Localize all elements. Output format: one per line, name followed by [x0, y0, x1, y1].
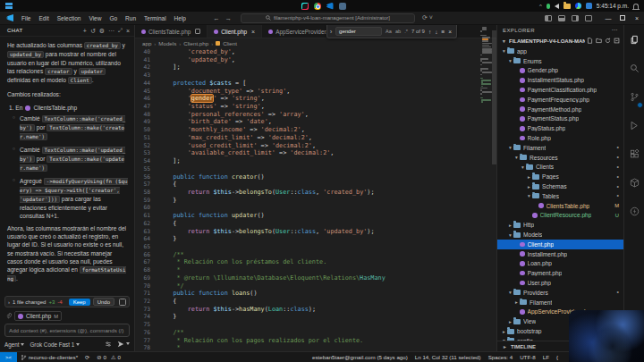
- customize-layout-icon[interactable]: [585, 15, 592, 21]
- code-line[interactable]: 60: [135, 204, 484, 212]
- tools-icon[interactable]: [105, 341, 112, 348]
- tree-item-gender-php[interactable]: Gender.php: [497, 66, 623, 76]
- code-line[interactable]: 49 'birth_date' => 'date',: [135, 118, 484, 126]
- chat-settings-button[interactable]: ⚙: [99, 28, 105, 34]
- tree-item-client-php[interactable]: Client.php: [497, 240, 623, 249]
- activity-package-icon[interactable]: [630, 175, 640, 191]
- code-line[interactable]: 64 }: [135, 235, 484, 243]
- tray-chevron-icon[interactable]: ^: [539, 3, 542, 8]
- new-chat-button[interactable]: +: [83, 28, 87, 34]
- activity-lightning-icon[interactable]: [630, 204, 640, 220]
- breadcrumb-item[interactable]: Client: [223, 40, 237, 46]
- code-line[interactable]: 46 'gender' => 'string',: [135, 95, 484, 103]
- toggle-secondary-sidebar-icon[interactable]: [572, 15, 579, 21]
- breadcrumb-item[interactable]: Client.php: [183, 40, 208, 46]
- menu-item-view[interactable]: View: [85, 13, 105, 23]
- code-line[interactable]: 57 {: [135, 181, 484, 189]
- changes-expand-chevron[interactable]: ›: [8, 299, 10, 305]
- code-line[interactable]: 45 'document_type' => 'string',: [135, 88, 484, 96]
- toggle-panel-icon[interactable]: [558, 15, 565, 21]
- code-line[interactable]: 51 'max_credit_limit' => 'decimal:2',: [135, 134, 484, 142]
- code-line[interactable]: 56 public function creator(): [135, 173, 484, 181]
- tree-item-role-php[interactable]: Role.php: [497, 133, 623, 143]
- sync-icon[interactable]: ⟳: [81, 354, 93, 360]
- activity-extensions-icon[interactable]: [630, 147, 640, 163]
- find-close-button[interactable]: ×: [448, 29, 452, 35]
- code-line[interactable]: 67 * Relación con los préstamos del clie…: [135, 258, 484, 266]
- tree-item-schemas[interactable]: ▸Schemas•: [497, 181, 623, 191]
- code-line[interactable]: 58 return $this->belongsTo(User::class, …: [135, 189, 484, 197]
- breadcrumb-item[interactable]: Models: [158, 40, 176, 46]
- tree-item-paymentmethod-php[interactable]: PaymentMethod.php: [497, 105, 623, 114]
- code-line[interactable]: 54 ];: [135, 157, 484, 165]
- keep-button[interactable]: Keep: [69, 299, 90, 306]
- remote-indicator[interactable]: ><: [0, 352, 17, 362]
- code-line[interactable]: 63 return $this->belongsTo(User::class, …: [135, 228, 484, 236]
- tree-item-models[interactable]: ▾Models: [497, 230, 623, 240]
- back-button[interactable]: ←: [213, 14, 220, 22]
- code-line[interactable]: 74 }: [135, 313, 484, 321]
- tree-item-http[interactable]: ▸Http: [497, 220, 623, 230]
- tree-item-providers[interactable]: ▾Providers•: [497, 288, 623, 298]
- toggle-sidebar-icon[interactable]: [545, 15, 552, 21]
- forward-button[interactable]: →: [225, 14, 232, 22]
- tree-item-clients[interactable]: ▾Clients•: [497, 163, 623, 173]
- code-line[interactable]: 70 */: [135, 282, 484, 290]
- agent-mode-dropdown[interactable]: Agent: [4, 341, 24, 348]
- code-line[interactable]: 40 'created_by',: [135, 48, 484, 56]
- tree-item-resources[interactable]: ▾Resources•: [497, 153, 623, 163]
- tree-item-payment-php[interactable]: Payment.php: [497, 268, 623, 278]
- tree-item-paymentstatus-php[interactable]: PaymentStatus.php: [497, 114, 623, 124]
- chat-input[interactable]: Add context (#), extensions (@), command…: [4, 324, 130, 337]
- code-line[interactable]: 68 *: [135, 266, 484, 274]
- code-line[interactable]: 50 'monthly_income' => 'decimal:2',: [135, 126, 484, 134]
- blame-item[interactable]: esteban5taer@gmail.com (5 days ago): [309, 354, 411, 360]
- tree-item-user-php[interactable]: User.php: [497, 278, 623, 288]
- find-expand-chevron[interactable]: ›: [330, 29, 332, 35]
- code-line[interactable]: 62 {: [135, 220, 484, 228]
- chat-file-item[interactable]: 1. EnClientsTable.php: [9, 104, 128, 112]
- find-prev-button[interactable]: ↑: [428, 29, 431, 35]
- activity-explorer-icon[interactable]: [630, 32, 640, 48]
- menu-item-file[interactable]: File: [18, 13, 34, 23]
- code-line[interactable]: 53 'available_credit_limit' => 'decimal:…: [135, 149, 484, 157]
- menu-item-help[interactable]: Help: [171, 13, 190, 23]
- new-file-button[interactable]: [587, 38, 593, 44]
- find-next-button[interactable]: ↓: [435, 29, 437, 35]
- pin-tab-icon[interactable]: [195, 29, 200, 34]
- code-line[interactable]: 41 'updated_by',: [135, 56, 484, 64]
- edge-tray-icon[interactable]: [575, 3, 581, 9]
- collapse-folders-button[interactable]: [614, 38, 620, 44]
- send-button[interactable]: [117, 341, 130, 348]
- code-line[interactable]: 72 {: [135, 298, 484, 306]
- activity-search-icon[interactable]: [630, 61, 640, 77]
- regex-toggle[interactable]: .*: [404, 29, 408, 34]
- open-changes-icon[interactable]: [119, 299, 126, 306]
- tree-item-paystatus-php[interactable]: PayStatus.php: [497, 123, 623, 133]
- code-line[interactable]: 61 public function updater(): [135, 212, 484, 220]
- tree-item-installmentstatus-php[interactable]: InstallmentStatus.php: [497, 75, 623, 85]
- windows-start-button[interactable]: [5, 3, 13, 10]
- vscode-app-icon[interactable]: [326, 3, 334, 10]
- close-chat-button[interactable]: ×: [126, 28, 130, 34]
- code-line[interactable]: 69 * @return \Illuminate\Database\Eloque…: [135, 274, 484, 282]
- command-center-search[interactable]: filamentphp-v4-loan-management [Administ…: [241, 13, 415, 23]
- attachment-chip[interactable]: Client.php M: [14, 311, 62, 321]
- cursor-position[interactable]: Ln 14, Col 32 (11 selected): [411, 354, 485, 360]
- close-button[interactable]: ×: [630, 12, 644, 24]
- chat-history-button[interactable]: ↺: [90, 28, 96, 34]
- tree-item-clientstable-php[interactable]: ClientsTable.phpM: [497, 201, 623, 211]
- code-line[interactable]: 66 /**: [135, 251, 484, 259]
- tab-client-php[interactable]: Client.php×: [208, 25, 262, 38]
- volume-tray-icon[interactable]: [555, 4, 559, 9]
- code-line[interactable]: 43: [135, 72, 484, 80]
- model-dropdown[interactable]: Grok Code Fast 1: [30, 341, 80, 348]
- code-line[interactable]: 73 return $this->hasMany(Loan::class);: [135, 306, 484, 314]
- language-item[interactable]: {: [553, 354, 562, 360]
- new-folder-button[interactable]: [596, 38, 602, 44]
- tree-item-filament[interactable]: ▾Filament•: [497, 143, 623, 153]
- explorer-more-button[interactable]: ⋯: [612, 27, 618, 34]
- refresh-explorer-button[interactable]: [605, 38, 611, 44]
- tree-item-loan-php[interactable]: Loan.php: [497, 259, 623, 269]
- activity-source-control-icon[interactable]: [630, 89, 640, 105]
